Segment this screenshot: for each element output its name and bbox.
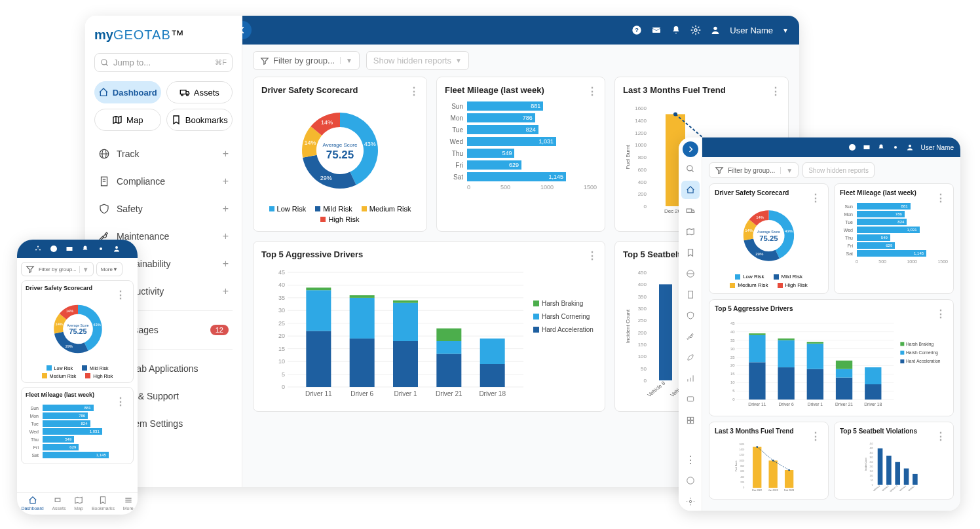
nav-more[interactable]: ⋮ bbox=[681, 450, 700, 469]
svg-text:14%: 14% bbox=[756, 215, 764, 219]
svg-text:Driver 1: Driver 1 bbox=[808, 402, 823, 407]
card-menu-button[interactable]: ⋮ bbox=[810, 430, 820, 443]
nav-compliance[interactable]: Compliance+ bbox=[94, 168, 233, 195]
tab-bookmarks[interactable]: Bookmarks bbox=[92, 496, 115, 511]
nav-assets[interactable] bbox=[681, 202, 700, 220]
donut: 43%29%14%14%Average Score75.25 bbox=[715, 203, 823, 268]
search-input[interactable]: Jump to... ⌘F bbox=[94, 53, 233, 72]
help-icon[interactable]: ? bbox=[631, 25, 642, 35]
nav-bookmarks[interactable] bbox=[681, 244, 700, 262]
mail-icon[interactable] bbox=[863, 143, 871, 151]
svg-text:Driver 11: Driver 11 bbox=[305, 390, 332, 397]
mail-icon[interactable] bbox=[66, 245, 73, 253]
nav-maintenance[interactable] bbox=[681, 327, 700, 346]
svg-text:0: 0 bbox=[743, 486, 744, 489]
svg-point-26 bbox=[714, 27, 717, 30]
search-button[interactable] bbox=[681, 160, 700, 178]
mail-icon[interactable] bbox=[651, 25, 662, 35]
home-icon bbox=[98, 87, 109, 98]
svg-text:Vehicle 1: Vehicle 1 bbox=[908, 484, 916, 492]
svg-rect-175 bbox=[807, 342, 823, 344]
tab-dashboard[interactable]: Dashboard bbox=[21, 496, 43, 511]
nav-pill-bookmarks[interactable]: Bookmarks bbox=[166, 109, 233, 131]
search-icon bbox=[100, 58, 109, 67]
collapse-sidebar-button[interactable] bbox=[242, 21, 252, 39]
svg-text:Harsh Cornering: Harsh Cornering bbox=[906, 350, 938, 356]
help-icon[interactable] bbox=[848, 143, 856, 151]
svg-text:200: 200 bbox=[740, 481, 744, 484]
nav-messages[interactable] bbox=[681, 390, 700, 409]
card-menu-button[interactable]: ⋮ bbox=[770, 85, 780, 98]
show-hidden-reports[interactable]: Show hidden reports ▼ bbox=[366, 51, 469, 70]
nav-pill-dashboard[interactable]: Dashboard bbox=[94, 81, 161, 103]
nav-sustainability[interactable] bbox=[681, 348, 700, 367]
svg-rect-92 bbox=[533, 301, 539, 306]
nav-track[interactable]: Track+ bbox=[94, 140, 233, 168]
card-menu-button[interactable]: ⋮ bbox=[115, 289, 125, 301]
svg-rect-136 bbox=[864, 145, 870, 149]
nav-apps[interactable] bbox=[681, 411, 700, 429]
filter-by-group[interactable]: Filter by group...▼ bbox=[709, 162, 799, 178]
user-icon[interactable] bbox=[906, 143, 914, 151]
tab-more[interactable]: More bbox=[123, 496, 134, 511]
nav-map[interactable] bbox=[681, 223, 700, 241]
show-hidden[interactable]: Show hidden reports bbox=[802, 162, 875, 178]
svg-text:75.25: 75.25 bbox=[69, 327, 87, 335]
nav-productivity[interactable] bbox=[681, 369, 700, 388]
filter-by-group[interactable]: Filter by group... ▼ bbox=[253, 51, 360, 70]
svg-rect-130 bbox=[690, 417, 693, 420]
svg-text:14%: 14% bbox=[66, 309, 73, 313]
card-menu-button[interactable]: ⋮ bbox=[935, 308, 945, 320]
card-title: Top 5 Aggressive Drivers bbox=[261, 249, 597, 259]
svg-text:43%: 43% bbox=[93, 323, 100, 327]
card-menu-button[interactable]: ⋮ bbox=[587, 85, 597, 98]
card-menu-button[interactable]: ⋮ bbox=[935, 430, 945, 443]
user-icon[interactable] bbox=[113, 245, 121, 253]
nav-help[interactable] bbox=[681, 471, 700, 490]
gear-icon[interactable] bbox=[97, 245, 105, 253]
network-icon[interactable] bbox=[34, 245, 42, 253]
svg-rect-178 bbox=[836, 369, 852, 378]
nav-pill-map[interactable]: Map bbox=[94, 109, 161, 131]
svg-text:Fuel Burnt: Fuel Burnt bbox=[735, 461, 738, 471]
scorecard-legend: Low RiskMild RiskMedium RiskHigh Risk bbox=[261, 205, 419, 223]
nav-safety[interactable] bbox=[681, 306, 700, 325]
user-icon[interactable] bbox=[710, 25, 721, 35]
card-menu-button[interactable]: ⋮ bbox=[409, 85, 419, 98]
nav-compliance[interactable] bbox=[681, 285, 700, 304]
filter-by-group[interactable]: Filter by group...▼ bbox=[21, 262, 94, 276]
card-menu-button[interactable]: ⋮ bbox=[810, 192, 820, 204]
card-title: Fleet Mileage (last week) bbox=[445, 85, 597, 95]
tablet-topbar: User Name bbox=[702, 137, 960, 157]
gear-icon[interactable] bbox=[892, 143, 899, 151]
svg-text:Driver 6: Driver 6 bbox=[778, 402, 794, 407]
svg-text:14%: 14% bbox=[304, 139, 316, 146]
nav-safety[interactable]: Safety+ bbox=[94, 195, 233, 223]
card-menu-button[interactable]: ⋮ bbox=[587, 249, 597, 262]
filter-row: Filter by group... ▼ Show hidden reports… bbox=[242, 45, 799, 77]
gear-icon[interactable] bbox=[690, 25, 701, 35]
nav-settings[interactable] bbox=[681, 492, 700, 511]
nav-pill-assets[interactable]: Assets bbox=[166, 81, 233, 103]
svg-text:25: 25 bbox=[730, 356, 735, 359]
bell-icon[interactable] bbox=[671, 25, 681, 35]
svg-text:40: 40 bbox=[278, 282, 285, 288]
svg-text:400: 400 bbox=[638, 179, 647, 185]
svg-text:20: 20 bbox=[730, 363, 735, 367]
expand-sidebar-button[interactable] bbox=[683, 141, 698, 157]
svg-rect-179 bbox=[836, 361, 852, 369]
nav-dashboard[interactable] bbox=[681, 181, 700, 199]
tablet-card-scorecard: Driver Safety Scorecard⋮43%29%14%14%Aver… bbox=[709, 183, 829, 294]
bell-icon[interactable] bbox=[877, 143, 885, 151]
help-icon[interactable] bbox=[50, 245, 58, 253]
bell-icon[interactable] bbox=[81, 245, 89, 253]
svg-point-236 bbox=[100, 247, 102, 250]
svg-point-207 bbox=[756, 446, 758, 448]
user-name[interactable]: User Name bbox=[920, 144, 954, 151]
svg-text:29%: 29% bbox=[320, 175, 332, 181]
tab-map[interactable]: Map bbox=[74, 496, 83, 511]
nav-track[interactable] bbox=[681, 264, 700, 283]
more-button[interactable]: More ▼ bbox=[96, 262, 122, 276]
tab-assets[interactable]: Assets bbox=[52, 496, 66, 511]
user-name[interactable]: User Name bbox=[730, 26, 773, 35]
